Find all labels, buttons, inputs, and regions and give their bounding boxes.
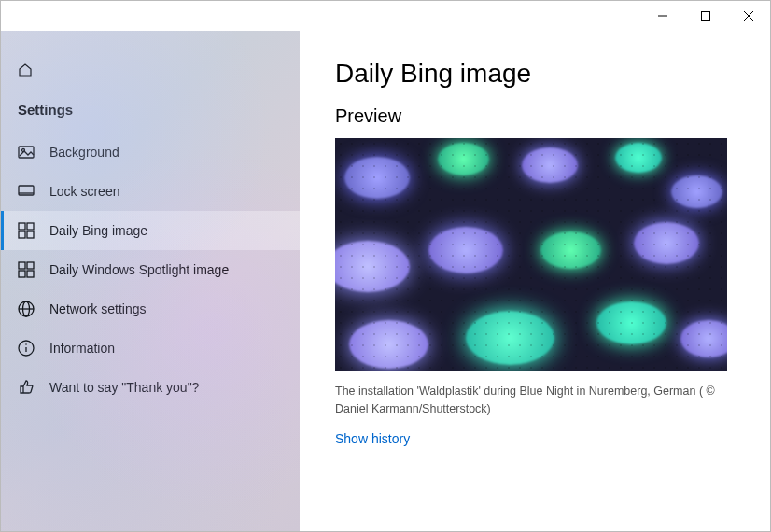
home-icon — [18, 63, 33, 77]
content-pane: Daily Bing image Preview The installatio… — [300, 31, 770, 531]
sidebar-item-label: Information — [49, 341, 115, 356]
thumbs-up-icon — [18, 379, 35, 396]
sidebar-item-label: Network settings — [49, 301, 146, 316]
sidebar-item-lock-screen[interactable]: Lock screen — [1, 172, 300, 211]
svg-rect-11 — [27, 231, 34, 238]
app-window: Settings Background Lock screen Daily Bi… — [0, 0, 771, 532]
sidebar-item-network[interactable]: Network settings — [1, 289, 300, 329]
bing-image-icon — [18, 222, 35, 239]
info-icon — [18, 340, 35, 357]
sidebar: Settings Background Lock screen Daily Bi… — [1, 31, 300, 531]
svg-rect-15 — [27, 271, 34, 277]
sidebar-item-label: Daily Bing image — [49, 223, 147, 238]
sidebar-item-daily-bing[interactable]: Daily Bing image — [1, 211, 300, 250]
close-icon — [744, 11, 753, 21]
page-title: Daily Bing image — [335, 59, 735, 89]
sidebar-item-daily-spotlight[interactable]: Daily Windows Spotlight image — [1, 250, 300, 289]
sidebar-item-label: Background — [49, 145, 119, 160]
svg-rect-12 — [19, 262, 25, 269]
sidebar-item-thank-you[interactable]: Want to say "Thank you"? — [1, 368, 300, 407]
sidebar-item-background[interactable]: Background — [1, 133, 300, 172]
body: Settings Background Lock screen Daily Bi… — [1, 31, 770, 531]
svg-rect-1 — [702, 12, 710, 21]
sidebar-item-label: Want to say "Thank you"? — [49, 380, 199, 395]
svg-rect-8 — [19, 223, 25, 230]
sidebar-item-label: Lock screen — [49, 184, 119, 199]
preview-heading: Preview — [335, 105, 735, 127]
minimize-button[interactable] — [641, 1, 684, 31]
sidebar-item-information[interactable]: Information — [1, 329, 300, 368]
maximize-button[interactable] — [684, 1, 727, 31]
settings-header: Settings — [1, 91, 300, 133]
monitor-icon — [18, 183, 35, 200]
svg-rect-13 — [27, 262, 34, 269]
close-button[interactable] — [727, 1, 770, 31]
home-button[interactable] — [1, 59, 300, 91]
maximize-icon — [701, 11, 710, 21]
picture-icon — [18, 144, 35, 161]
spotlight-image-icon — [18, 261, 35, 278]
svg-point-21 — [25, 343, 27, 345]
minimize-icon — [658, 11, 667, 21]
sidebar-item-label: Daily Windows Spotlight image — [49, 262, 229, 277]
svg-rect-10 — [19, 231, 25, 238]
titlebar — [1, 1, 770, 31]
show-history-link[interactable]: Show history — [335, 431, 735, 446]
svg-rect-14 — [19, 271, 25, 277]
svg-rect-9 — [27, 223, 34, 230]
globe-icon — [18, 301, 35, 317]
image-caption: The installation 'Waldplastik' during Bl… — [335, 383, 727, 418]
preview-image — [335, 138, 727, 371]
